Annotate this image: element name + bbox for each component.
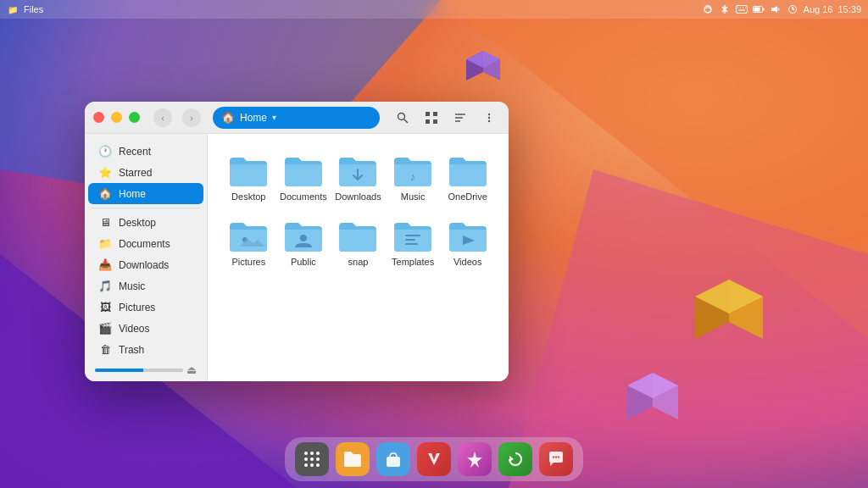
volume-icon[interactable]: [770, 3, 782, 15]
topbar: 📁 Files Aug 16 15:39: [0, 0, 868, 19]
dock-item-backup[interactable]: [498, 442, 532, 476]
dock-item-chat[interactable]: [539, 442, 573, 476]
location-label: Home: [240, 112, 267, 124]
view-toggle-button[interactable]: [420, 107, 442, 129]
dock: [285, 437, 583, 481]
sidebar-label-trash: Trash: [119, 344, 144, 356]
svg-point-41: [300, 235, 307, 241]
file-label-music: Music: [401, 191, 426, 202]
svg-rect-31: [433, 112, 437, 116]
back-button[interactable]: ‹: [153, 108, 172, 127]
dock-item-files[interactable]: [336, 442, 370, 476]
svg-rect-43: [405, 239, 415, 241]
eject-icon[interactable]: ⏏: [186, 363, 197, 376]
svg-marker-10: [729, 280, 763, 339]
file-label-public: Public: [291, 257, 316, 268]
topbar-app-name: Files: [24, 4, 43, 14]
svg-rect-42: [405, 235, 420, 236]
sidebar-item-documents[interactable]: 📁 Documents: [88, 233, 203, 254]
file-label-videos: Videos: [453, 257, 481, 268]
starred-icon: ⭐: [98, 166, 112, 179]
svg-point-58: [553, 456, 554, 458]
svg-point-48: [316, 452, 320, 455]
file-item-videos[interactable]: Videos: [440, 213, 495, 274]
svg-point-51: [316, 458, 320, 461]
svg-marker-4: [483, 51, 500, 80]
folder-icon-videos: [448, 219, 488, 253]
sidebar-label-documents: Documents: [119, 238, 170, 250]
clock-settings-icon[interactable]: [787, 3, 798, 15]
sidebar-item-downloads[interactable]: 📥 Downloads: [88, 254, 203, 275]
folder-icon-snap: [337, 219, 378, 253]
storage-fill: [95, 369, 143, 372]
sidebar-item-desktop[interactable]: 🖥 Desktop: [88, 212, 203, 233]
file-item-pictures[interactable]: Pictures: [221, 213, 276, 274]
files-area: Desktop Documents: [208, 134, 509, 381]
dock-item-apps[interactable]: [295, 442, 329, 476]
file-item-desktop[interactable]: Desktop: [221, 147, 276, 209]
keyboard-icon[interactable]: [736, 3, 748, 15]
trash-icon: 🗑: [98, 343, 112, 356]
sidebar-item-trash[interactable]: 🗑 Trash: [88, 339, 203, 360]
sidebar-label-music: Music: [119, 280, 145, 292]
svg-marker-7: [653, 373, 678, 419]
folder-icon-downloads: [337, 154, 378, 188]
sidebar: 🕐 Recent ⭐ Starred 🏠 Home 🖥 Desktop 📁: [85, 134, 208, 381]
svg-rect-55: [387, 457, 400, 467]
file-item-public[interactable]: Public: [276, 213, 331, 274]
sidebar-item-pictures[interactable]: 🖼 Pictures: [88, 297, 203, 318]
folder-icon-public: [283, 219, 324, 253]
location-bar[interactable]: 🏠 Home ▾: [213, 107, 380, 129]
folder-icon-templates: [392, 219, 433, 253]
bluetooth-icon[interactable]: [719, 3, 731, 15]
file-label-pictures: Pictures: [231, 257, 265, 268]
svg-rect-29: [426, 112, 430, 116]
home-icon: 🏠: [98, 187, 112, 200]
dock-item-store[interactable]: [376, 442, 410, 476]
file-item-music[interactable]: ♪ Music: [386, 147, 441, 209]
sidebar-item-home[interactable]: 🏠 Home: [88, 183, 203, 204]
topbar-date: Aug 16: [804, 4, 833, 14]
music-icon: 🎵: [98, 280, 112, 292]
file-label-downloads: Downloads: [335, 191, 381, 202]
close-button[interactable]: ×: [93, 112, 104, 123]
file-label-desktop: Desktop: [231, 191, 265, 202]
sidebar-item-recent[interactable]: 🕐 Recent: [88, 141, 203, 162]
topbar-right: Aug 16 15:39: [702, 3, 861, 15]
dock-item-pika[interactable]: [458, 442, 492, 476]
minimize-button[interactable]: −: [111, 112, 122, 123]
svg-rect-22: [754, 8, 760, 12]
svg-point-50: [310, 458, 314, 461]
svg-point-27: [398, 113, 405, 119]
sidebar-item-starred[interactable]: ⭐ Starred: [88, 162, 203, 183]
menu-button[interactable]: [478, 107, 500, 129]
forward-button[interactable]: ›: [182, 108, 201, 127]
file-label-snap: snap: [348, 257, 369, 268]
dock-item-vivaldi[interactable]: [417, 442, 451, 476]
videos-icon: 🎬: [98, 322, 112, 335]
svg-point-52: [304, 463, 308, 467]
file-item-documents[interactable]: Documents: [276, 147, 331, 209]
svg-point-59: [555, 456, 557, 458]
sidebar-label-videos: Videos: [119, 323, 149, 335]
sidebar-item-videos[interactable]: 🎬 Videos: [88, 318, 203, 339]
file-item-onedrive[interactable]: OneDrive: [440, 147, 495, 209]
battery-icon[interactable]: [753, 3, 765, 15]
file-manager-window: × − + ‹ › 🏠 Home ▾ 🕐 Recent: [85, 102, 509, 381]
file-label-onedrive: OneDrive: [448, 191, 487, 202]
documents-icon: 📁: [98, 237, 112, 250]
sidebar-item-music[interactable]: 🎵 Music: [88, 275, 203, 297]
svg-marker-6: [466, 51, 500, 68]
svg-line-28: [404, 119, 409, 123]
svg-point-54: [316, 463, 320, 467]
svg-marker-11: [695, 280, 729, 339]
sidebar-item-other-locations[interactable]: + Other Locations: [88, 380, 203, 381]
file-item-downloads[interactable]: Downloads: [331, 147, 386, 209]
folder-icon-desktop: [228, 154, 269, 188]
network-icon[interactable]: [702, 3, 714, 15]
file-item-snap[interactable]: snap: [331, 213, 386, 274]
sort-button[interactable]: [449, 107, 471, 129]
file-item-templates[interactable]: Templates: [386, 213, 441, 274]
search-button[interactable]: [392, 107, 414, 129]
maximize-button[interactable]: +: [129, 112, 140, 123]
